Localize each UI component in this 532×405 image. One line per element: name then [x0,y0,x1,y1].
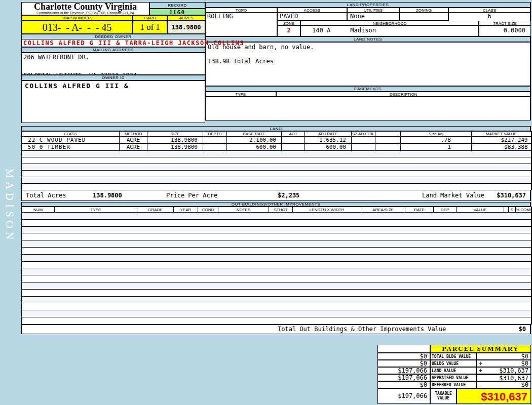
deeded-owner-box: COLLINS ALFRED G III & TARRA-LEIGH JACKS… [21,39,205,47]
summary-left-value: $0 [377,360,430,367]
summary-op: + [479,360,482,367]
outb-empty-row [22,268,531,275]
summary-op: - [479,382,482,388]
outb-empty-row [22,296,531,303]
summary-value: $310,637 [499,368,528,374]
outb-col-pct-comp: % COMP [516,207,531,213]
taxable-value: $310,637 [457,388,531,404]
outb-col-grade: GRADE [137,207,174,213]
land-notes-box: Old house and barn, no value. 138.98 Tot… [205,42,531,86]
card-label: CARD [133,15,167,21]
outb-empty-row [22,247,531,254]
land-method: ACRE [120,137,147,144]
topo-column-header: TOPO [205,8,277,13]
land-properties-header: LAND PROPERTIES [205,2,531,8]
land-col-adj: ADJ [282,132,305,137]
outb-col-value: VALUE [457,207,504,213]
outb-col-sthgt: STHGT [269,207,293,213]
land-sz-adj-tbl [352,144,375,151]
easements-header: EASEMENTS [205,86,531,92]
outb-col-length-width: LENGTH X WIDTH [293,207,361,213]
outb-col-year: YEAR [174,207,198,213]
land-row-2: 50 0 TIMBER ACRE 138.9800 600.00 600.00 … [22,144,531,151]
owner-panel: Charlotte County Virginia Commissioner o… [21,2,205,123]
outb-empty-row [22,310,531,317]
summary-value: $0 [521,382,528,388]
summary-left-value: $197,066 [377,374,430,381]
outb-col-cond: COND [198,207,218,213]
summary-label: LAND VALUE [430,367,476,374]
outb-col-num: NUM [22,207,55,213]
summary-value: $310,637 [499,375,528,381]
land-size-adj: .78 [401,137,472,144]
access-column-header: ACCESS [277,8,347,13]
land-col-sz-adj-tbl: SZ ADJ TBL [352,132,375,137]
zone-column-header: ZONE [277,21,300,26]
land-empty-row [22,171,531,177]
county-box: Charlotte County Virginia Commissioner o… [21,2,149,15]
summary-left-value: $0 [377,381,430,388]
taxable-row: TAXABLE VALUE $310,637 [430,388,531,404]
topo-value: ROLLING [205,13,277,36]
summary-value-cell: + $0 [476,360,531,367]
land-base-rate: 2,100.00 [227,137,282,144]
summary-value-cell: + $310,637 [476,367,531,374]
utilities-column-header: UTILITIES [347,8,399,13]
mailing-line1: 206 WATERFRONT DR. [23,54,203,61]
land-market-value: $83,388 [472,144,531,151]
acres-value: 138.9800 [167,21,205,34]
land-empty-row [22,157,531,164]
land-col-size-adj: Size Adj [401,132,472,137]
summary-value: $0 [521,360,528,367]
price-per-acre-value: $2,235 [278,190,299,200]
parcel-summary: PARCEL SUMMARY $0 TOTAL BLDG VALUE $0 $0… [377,345,531,404]
outb-col-rate: RATE [405,207,434,213]
land-spacer [375,144,401,151]
outb-empty-row [22,303,531,310]
land-size-adj: 1 [401,144,472,151]
acres-label: ACRES [167,15,205,21]
deeded-owner-label: DEEDED OWNER [21,34,205,39]
parcel-summary-corner-cell [377,345,430,353]
deeded-owner-value: COLLINS ALFRED G III & TARRA-LEIGH JACKS… [22,39,205,47]
total-acres-value: 138.9800 [93,190,122,200]
out-buildings-header-row: NUM TYPE GRADE YEAR COND NOTES STHGT LEN… [22,207,531,213]
land-properties-panel: LAND PROPERTIES TOPO ACCESS UTILITIES ZO… [205,2,531,120]
summary-left-value: $0 [377,353,430,360]
land-col-size: SIZE [147,132,203,137]
land-market-value: $227,249 [472,137,531,144]
mailing-address-box: 206 WATERFRONT DR. COLONIAL HEIGHTS, VA … [21,53,205,75]
summary-value-cell: - $0 [476,381,531,388]
tract-size-column-header: TRACT SIZE [479,21,531,26]
summary-value-cell: $0 [476,353,531,360]
easement-type-column-header: TYPE [205,92,276,97]
outb-empty-row [22,275,531,282]
land-notes-header: LAND NOTES [205,36,531,42]
land-col-market-value: MARKET VALUE [472,132,531,137]
land-col-base-rate: BASE RATE [227,132,282,137]
tract-size-value: 0.0000 [479,26,531,36]
outb-col-type: TYPE [55,207,137,213]
outb-empty-row [22,219,531,226]
land-col-spacer [375,132,401,137]
outb-col-s: S [509,207,516,213]
land-depth [203,137,227,144]
neighborhood-code: 140 A [301,27,330,34]
zone-value: 2 [277,26,300,36]
land-size: 138.9800 [147,144,203,151]
record-value: 1160 [149,9,205,15]
land-table-header-row: CLASS METHOD SIZE DEPTH BASE RATE ADJ AD… [22,132,531,137]
land-market-value-label: Land Market Value [422,190,484,200]
outb-empty-row [22,317,531,324]
outb-col-notes: NOTES [218,207,269,213]
land-table: CLASS METHOD SIZE DEPTH BASE RATE ADJ AD… [21,131,532,190]
district-watermark: MADISON [3,169,16,245]
land-market-value-total: $310,637 [497,190,526,200]
owner-id-value: COLLINS ALFRED G III & [22,81,205,90]
neighborhood-column-header: NEIGHBORHOOD [300,21,479,26]
owner-id-label: OWNER ID [21,75,205,80]
outb-empty-row [22,254,531,261]
outb-col-dep: DEP [434,207,457,213]
land-adj [282,144,305,151]
summary-op: + [479,368,482,374]
